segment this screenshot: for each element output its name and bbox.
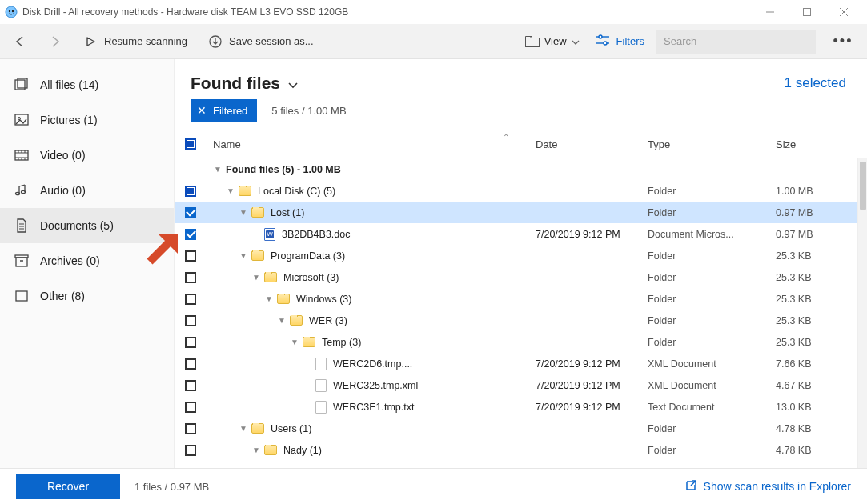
table-row[interactable]: ▼Found files (5) - 1.00 MB [175, 158, 867, 180]
sidebar-item[interactable]: Archives (0) [0, 243, 174, 278]
more-menu-button[interactable]: ••• [827, 33, 859, 50]
file-icon [315, 379, 327, 392]
svg-rect-8 [525, 38, 539, 46]
row-size: 25.3 KB [769, 315, 857, 326]
svg-rect-32 [16, 258, 27, 266]
disclosure-triangle-icon[interactable]: ▼ [239, 424, 248, 433]
row-name: WER (3) [309, 315, 347, 326]
column-size[interactable]: Size [769, 138, 857, 150]
select-all-checkbox[interactable] [185, 138, 196, 150]
sidebar-item[interactable]: Documents (5) [0, 208, 174, 243]
filtered-chip[interactable]: ✕ Filtered [191, 99, 257, 122]
table-row[interactable]: ▼Local Disk (C) (5)Folder1.00 MB [175, 180, 867, 202]
table-row[interactable]: WERC2D6.tmp....7/20/2019 9:12 PMXML Docu… [175, 353, 867, 374]
header-checkbox-cell [175, 138, 207, 150]
row-checkbox[interactable] [185, 358, 196, 370]
table-row[interactable]: ▼Windows (3)Folder25.3 KB [175, 288, 867, 310]
table-row[interactable]: WERC3E1.tmp.txt7/20/2019 9:12 PMText Doc… [175, 396, 867, 418]
vertical-scrollbar[interactable] [857, 158, 867, 468]
row-name: Lost (1) [271, 207, 304, 218]
view-dropdown[interactable]: View [525, 34, 580, 49]
sidebar-item[interactable]: All files (14) [0, 67, 174, 102]
row-checkbox[interactable] [185, 315, 196, 326]
disclosure-triangle-icon[interactable]: ▼ [264, 294, 274, 303]
row-type: Folder [641, 186, 769, 197]
sidebar-item-label: Other (8) [40, 290, 85, 302]
column-type[interactable]: Type [641, 138, 769, 150]
table-row[interactable]: ▼WER (3)Folder25.3 KB [175, 310, 867, 331]
table-row[interactable]: ▼Microsoft (3)Folder25.3 KB [175, 266, 867, 288]
svg-point-10 [599, 35, 602, 38]
disclosure-triangle-icon[interactable]: ▼ [239, 208, 248, 217]
row-checkbox[interactable] [185, 380, 196, 391]
close-button[interactable] [825, 0, 862, 24]
row-checkbox[interactable] [185, 186, 196, 197]
stack-icon [14, 78, 29, 92]
titlebar: Disk Drill - All recovery methods - Hard… [0, 0, 867, 24]
minimize-button[interactable] [752, 0, 789, 24]
row-checkbox[interactable] [185, 337, 196, 348]
table-row[interactable]: ▼Users (1)Folder4.78 KB [175, 418, 867, 439]
sidebar-item[interactable]: Pictures (1) [0, 102, 174, 138]
filtered-chip-label: Filtered [213, 105, 247, 117]
row-size: 25.3 KB [769, 294, 857, 305]
row-size: 4.67 KB [769, 380, 857, 391]
save-session-button[interactable]: Save session as... [203, 29, 319, 54]
forward-button[interactable] [43, 29, 67, 54]
filters-button[interactable]: Filters [596, 34, 644, 48]
back-button[interactable] [8, 29, 32, 54]
disclosure-triangle-icon[interactable]: ▼ [290, 338, 299, 346]
sidebar-item-label: Video (0) [40, 149, 86, 162]
toolbar: Resume scanning Save session as... View … [0, 24, 867, 59]
folder-icon [251, 423, 264, 434]
selected-count: 1 selected [785, 75, 847, 91]
resume-scanning-button[interactable]: Resume scanning [78, 29, 192, 54]
row-checkbox[interactable] [185, 402, 196, 413]
row-size: 25.3 KB [769, 272, 857, 283]
row-date: 7/20/2019 9:12 PM [529, 402, 641, 413]
column-name[interactable]: Name [207, 138, 529, 150]
recover-button[interactable]: Recover [16, 474, 120, 499]
row-date: 7/20/2019 9:12 PM [529, 229, 641, 240]
table-row[interactable]: ▼Lost (1)Folder0.97 MB [175, 202, 867, 223]
row-checkbox[interactable] [185, 445, 196, 456]
row-checkbox[interactable] [185, 250, 196, 262]
row-checkbox[interactable] [185, 294, 196, 305]
folder-icon [251, 250, 264, 261]
row-checkbox[interactable] [185, 229, 196, 240]
row-name: 3B2DB4B3.doc [282, 229, 350, 240]
sidebar-item[interactable]: Audio (0) [0, 173, 174, 208]
row-checkbox[interactable] [185, 272, 196, 283]
column-date[interactable]: Date [529, 138, 641, 150]
table-row[interactable]: ▼Nady (1)Folder4.78 KB [175, 439, 867, 461]
disclosure-triangle-icon[interactable]: ▼ [277, 316, 287, 325]
row-size: 13.0 KB [769, 402, 857, 413]
table-row[interactable]: ▼ProgramData (3)Folder25.3 KB [175, 245, 867, 266]
table-row[interactable]: WERC325.tmp.xml7/20/2019 9:12 PMXML Docu… [175, 374, 867, 396]
table-body: ▼Found files (5) - 1.00 MB▼Local Disk (C… [175, 158, 867, 461]
svg-point-1 [9, 10, 10, 12]
row-checkbox[interactable] [185, 423, 196, 434]
maximize-button[interactable] [789, 0, 825, 24]
disclosure-triangle-icon[interactable]: ▼ [226, 186, 235, 195]
table-row[interactable]: 3B2DB4B3.doc7/20/2019 9:12 PMDocument Mi… [175, 223, 867, 245]
folder-icon [264, 272, 277, 282]
folder-icon [251, 207, 264, 218]
disclosure-triangle-icon[interactable]: ▼ [251, 273, 261, 282]
svg-point-2 [12, 10, 14, 12]
close-icon: ✕ [197, 104, 207, 117]
row-type: Document Micros... [641, 229, 769, 240]
found-files-title-dropdown[interactable]: Found files [191, 74, 298, 93]
disclosure-triangle-icon[interactable]: ▼ [251, 446, 261, 454]
row-checkbox[interactable] [185, 207, 196, 218]
svg-rect-33 [15, 255, 28, 258]
row-type: XML Document [641, 358, 769, 370]
disclosure-triangle-icon[interactable]: ▼ [239, 251, 248, 260]
sidebar-item[interactable]: Video (0) [0, 138, 174, 173]
disclosure-triangle-icon[interactable]: ▼ [213, 165, 223, 174]
show-in-explorer-link[interactable]: Show scan results in Explorer [684, 479, 851, 494]
sidebar-item[interactable]: Other (8) [0, 278, 174, 314]
table-row[interactable]: ▼Temp (3)Folder25.3 KB [175, 331, 867, 353]
scrollbar-thumb[interactable] [860, 162, 866, 210]
search-input[interactable] [656, 30, 816, 54]
